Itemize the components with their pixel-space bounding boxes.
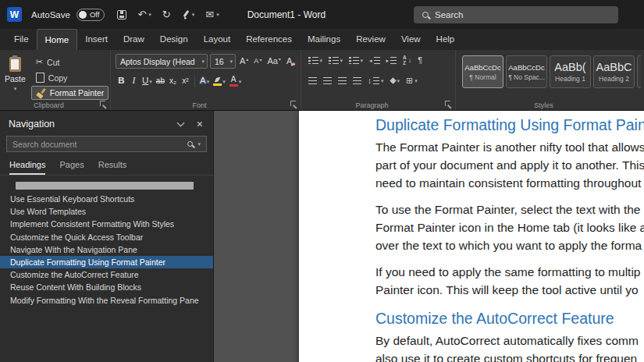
shrink-font-button[interactable]: A▾ (252, 57, 263, 66)
tab-draw[interactable]: Draw (116, 29, 152, 50)
paste-icon (9, 57, 21, 72)
word-logo[interactable]: W (7, 7, 22, 22)
doc-line[interactable]: over the text to which you want to apply… (375, 236, 644, 254)
align-right-button[interactable] (336, 74, 349, 87)
doc-line[interactable]: If you need to apply the same formatting… (375, 263, 644, 281)
doc-heading[interactable]: Duplicate Formatting Using Format Painte… (375, 115, 644, 135)
doc-paragraph[interactable]: The Format Painter is another nifty tool… (375, 138, 644, 192)
nav-heading-item[interactable]: Implement Consistent Formatting With Sty… (0, 218, 213, 230)
tab-results[interactable]: Results (98, 160, 127, 175)
align-center-button[interactable] (321, 74, 334, 87)
cut-button[interactable]: ✂Cut (31, 55, 109, 69)
doc-line[interactable]: By default, AutoCorrect automatically fi… (375, 332, 644, 350)
doc-line[interactable]: Format Painter icon in the Home tab (it … (375, 218, 644, 236)
tab-references[interactable]: References (238, 29, 300, 50)
format-painter-button[interactable]: Format Painter (31, 86, 109, 100)
style-card[interactable]: AaBbCcDc¶ Normal (462, 55, 503, 88)
borders-button[interactable]: ⊞▾ (404, 74, 420, 87)
doc-line[interactable]: To use the Format Painter, select the te… (375, 201, 644, 218)
subscript-button[interactable]: x₂ (167, 75, 179, 87)
cut-label: Cut (47, 58, 59, 67)
change-case-button[interactable]: Aa▾ (265, 56, 282, 66)
doc-line[interactable]: need to maintain consistent formatting t… (375, 174, 644, 192)
nav-heading-item[interactable]: Customize the AutoCorrect Feature (0, 268, 213, 281)
close-icon[interactable]: × (197, 119, 203, 130)
style-card[interactable]: AaBb(Heading 1 (550, 55, 591, 88)
multilevel-list-button[interactable]: ▾ (347, 54, 365, 67)
doc-paragraph[interactable]: To use the Format Painter, select the te… (375, 201, 644, 254)
paragraph-dialog-launcher[interactable] (445, 101, 452, 108)
tab-review[interactable]: Review (348, 29, 393, 50)
nav-heading-item[interactable]: Modify Formatting With the Reveal Format… (0, 294, 213, 307)
tab-design[interactable]: Design (152, 29, 196, 50)
doc-line[interactable]: part of your document and apply it to an… (375, 156, 644, 174)
undo-button[interactable]: ↶▾ (137, 9, 151, 20)
decrease-indent-button[interactable]: ◂ (367, 54, 382, 67)
tab-insert[interactable]: Insert (77, 29, 116, 50)
doc-paragraph[interactable]: By default, AutoCorrect automatically fi… (375, 332, 644, 362)
bullets-button[interactable]: ▾ (306, 54, 325, 67)
tab-file[interactable]: File (6, 29, 37, 50)
numbering-button[interactable]: ▾ (326, 54, 345, 67)
bold-button[interactable]: B (116, 75, 127, 87)
search-label: Search (435, 10, 463, 20)
nav-heading-item[interactable]: Duplicate Formatting Using Format Painte… (0, 256, 213, 268)
document-content: Duplicate Formatting Using Format Painte… (375, 115, 644, 362)
show-hide-marks-button[interactable]: ¶ (415, 54, 425, 67)
tab-home[interactable]: Home (37, 29, 78, 50)
draw-button[interactable]: ▾ (182, 10, 195, 20)
tab-layout[interactable]: Layout (196, 29, 239, 50)
nav-heading-item[interactable]: Customize the Quick Access Toolbar (0, 231, 213, 243)
sort-button[interactable]: AZ↓ (400, 54, 414, 67)
chevron-down-icon: ▾ (229, 59, 233, 64)
style-card[interactable]: AaBHeadi (637, 55, 641, 88)
align-left-button[interactable] (306, 74, 319, 87)
search-box[interactable]: Search (414, 6, 618, 23)
text-highlight-button[interactable]: ▾ (212, 75, 227, 87)
clear-formatting-button[interactable]: A (285, 56, 294, 66)
doc-line[interactable]: The Format Painter is another nifty tool… (375, 138, 644, 156)
tab-view[interactable]: View (393, 29, 429, 50)
tab-help[interactable]: Help (429, 29, 463, 50)
style-card[interactable]: AaBbCHeading 2 (593, 55, 635, 88)
font-dialog-launcher[interactable] (290, 101, 297, 108)
chevron-down-icon[interactable] (176, 119, 184, 127)
doc-heading[interactable]: Customize the AutoCorrect Feature (375, 308, 644, 328)
tab-pages[interactable]: Pages (59, 160, 84, 175)
underline-button[interactable]: U▾ (141, 75, 154, 87)
doc-paragraph[interactable]: If you need to apply the same formatting… (375, 263, 644, 299)
increase-indent-button[interactable]: ▸ (384, 54, 400, 67)
save-button[interactable] (117, 10, 126, 20)
nav-heading-item[interactable]: Use Word Templates (0, 205, 213, 218)
document-page[interactable]: Duplicate Formatting Using Format Painte… (299, 111, 644, 362)
tab-mailings[interactable]: Mailings (300, 29, 348, 50)
text-effects-button[interactable]: A▾ (198, 75, 211, 87)
nav-heading-item-blank[interactable] (16, 182, 194, 190)
paste-button[interactable]: Paste ▾ (5, 54, 26, 100)
doc-line[interactable]: Painter icon. This will keep the tool ac… (375, 281, 644, 299)
doc-line[interactable]: also use it to create custom shortcuts f… (375, 350, 644, 362)
line-spacing-button[interactable]: ↕▾ (365, 74, 386, 87)
nav-tabs: Headings Pages Results (0, 152, 213, 176)
grow-font-button[interactable]: A▴ (238, 56, 250, 66)
shading-button[interactable]: ▾ (388, 74, 403, 87)
italic-button[interactable]: I (128, 75, 140, 87)
share-button[interactable]: ✉▾ (205, 9, 219, 20)
autosave-toggle[interactable]: Off (76, 9, 105, 21)
font-size-combo[interactable]: 16▾ (210, 54, 236, 69)
clipboard-dialog-launcher[interactable] (100, 101, 107, 108)
pen-icon (182, 10, 190, 20)
copy-button[interactable]: Copy (31, 71, 109, 85)
justify-button[interactable] (350, 74, 364, 87)
nav-search-box[interactable]: Search document ▾ (6, 136, 207, 152)
redo-button[interactable]: ↻ (162, 9, 171, 20)
strikethrough-button[interactable]: ab (155, 75, 166, 87)
superscript-button[interactable]: x² (180, 75, 191, 87)
font-name-combo[interactable]: Aptos Display (Head▾ (116, 54, 208, 69)
nav-heading-item[interactable]: Use Essential Keyboard Shortcuts (0, 193, 213, 205)
nav-heading-item[interactable]: Reuse Content With Building Blocks (0, 281, 213, 293)
tab-headings[interactable]: Headings (9, 160, 45, 175)
style-card[interactable]: AaBbCcDc¶ No Spac... (506, 55, 547, 88)
font-color-button[interactable]: A▾ (228, 75, 244, 87)
nav-heading-item[interactable]: Navigate With the Navigation Pane (0, 243, 213, 256)
